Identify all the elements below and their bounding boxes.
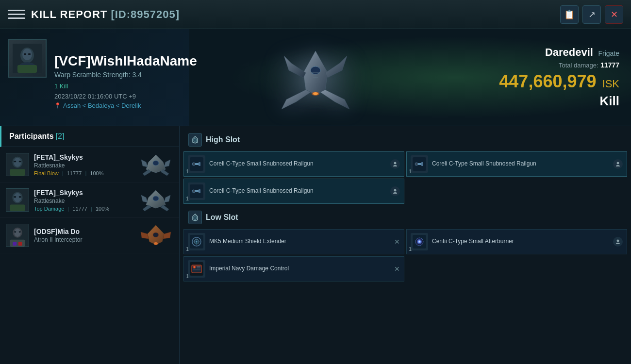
- participant-3-ship: Atron II Interceptor: [34, 236, 138, 243]
- participants-header: Participants [2]: [0, 126, 179, 147]
- participant-1-ship-img: [138, 152, 173, 177]
- header-actions: 📋 ↗ ✕: [560, 5, 623, 24]
- low-slot-section: Low Slot 1 +: [183, 208, 627, 281]
- ship-class: Frigate: [598, 50, 619, 57]
- copy-button[interactable]: 📋: [560, 5, 579, 24]
- svg-rect-33: [14, 196, 16, 198]
- svg-point-86: [419, 241, 420, 243]
- svg-point-70: [192, 190, 195, 193]
- participant-3-text: [ODSF]Mia Do Atron II Interceptor: [29, 228, 138, 243]
- svg-rect-4: [24, 53, 26, 55]
- isk-line: 447,660,979 ISK: [499, 71, 619, 92]
- svg-marker-38: [164, 195, 170, 202]
- svg-rect-49: [18, 242, 22, 246]
- svg-rect-23: [10, 169, 25, 176]
- participant-2-percent: 100%: [96, 206, 109, 212]
- low-slot-grid: 1 + MK5 Medium Shield E: [183, 229, 627, 281]
- svg-marker-25: [141, 160, 148, 167]
- svg-point-87: [617, 240, 619, 242]
- svg-point-61: [394, 162, 397, 165]
- victim-kill-badge: 1 Kill: [54, 83, 197, 90]
- participant-3-avatar: [6, 224, 29, 247]
- svg-rect-35: [10, 205, 25, 211]
- remove-icon[interactable]: ✕: [394, 265, 400, 273]
- participant-2-text: [FETA]_Skykys Rattlesnake Top Damage | 1…: [29, 189, 138, 212]
- svg-rect-34: [19, 196, 21, 198]
- share-button[interactable]: ↗: [582, 5, 601, 24]
- ship-svg: [252, 36, 379, 124]
- person-icon: [390, 186, 400, 196]
- high-slot-section: High Slot 1 Coreli C-Type Small Snubnos: [183, 130, 627, 204]
- fitting-item-2-name: Coreli C-Type Small Snubnosed Railgun: [209, 187, 386, 195]
- participant-2-stat-label: Top Damage: [34, 206, 64, 212]
- participant-item[interactable]: [FETA]_Skykys Rattlesnake Top Damage | 1…: [0, 182, 179, 218]
- participant-2-damage: 11777: [72, 206, 87, 212]
- fitting-item[interactable]: 1 Coreli C-Type Small Snubnosed Railgun: [406, 151, 627, 177]
- svg-point-65: [415, 163, 418, 165]
- victim-date: 2023/10/22 01:16:00 UTC +9: [54, 93, 197, 100]
- participant-1-avatar: [6, 153, 29, 176]
- total-damage-label: Total damage:: [559, 62, 598, 69]
- participant-item[interactable]: [FETA]_Skykys Rattlesnake Final Blow | 1…: [0, 147, 179, 182]
- svg-rect-21: [14, 161, 16, 162]
- participant-2-stats: Top Damage | 11777 | 100%: [34, 206, 138, 212]
- fitting-item-0-name: Coreli C-Type Small Snubnosed Railgun: [209, 160, 386, 168]
- participant-item[interactable]: [ODSF]Mia Do Atron II Interceptor: [0, 218, 179, 253]
- fitting-item[interactable]: 1: [183, 256, 404, 281]
- svg-rect-46: [19, 231, 21, 232]
- participant-1-stat-label: Final Blow: [34, 170, 59, 176]
- participant-1-text: [FETA]_Skykys Rattlesnake Final Blow | 1…: [29, 153, 138, 176]
- kill-info: Daredevil Frigate Total damage: 11777 44…: [499, 29, 619, 126]
- svg-rect-69: [199, 189, 200, 193]
- railgun-icon-2: [411, 155, 428, 173]
- low-slot-title: Low Slot: [206, 213, 238, 222]
- close-button[interactable]: ✕: [605, 5, 623, 24]
- victim-location[interactable]: Assah < Bedaleya < Derelik: [54, 102, 197, 109]
- header-title: KILL REPORT [ID:8957205]: [31, 8, 560, 21]
- kill-report-title: KILL REPORT: [31, 8, 107, 20]
- svg-point-53: [153, 232, 159, 237]
- railgun-icon-3: [188, 182, 205, 200]
- svg-marker-26: [164, 160, 170, 167]
- shield-extender-icon: +: [188, 233, 205, 250]
- victim-banner: [VCF]WishIHadaName Warp Scramble Strengt…: [0, 29, 631, 126]
- header: KILL REPORT [ID:8957205] 📋 ↗ ✕: [0, 0, 631, 29]
- victim-info: [VCF]WishIHadaName Warp Scramble Strengt…: [54, 29, 197, 126]
- victim-warp-scramble: Warp Scramble Strength: 3.4: [54, 71, 197, 79]
- main-content: Participants [2] [FETA]_Skykys Rattlesna…: [0, 126, 631, 364]
- svg-rect-92: [197, 267, 200, 268]
- participant-3-ship-img: [138, 223, 173, 248]
- svg-point-41: [153, 196, 159, 201]
- fitting-item-shield-name: MK5 Medium Shield Extender: [209, 238, 390, 246]
- svg-marker-51: [141, 232, 149, 239]
- menu-icon[interactable]: [8, 6, 25, 23]
- fitting-item[interactable]: 1 Coreli C-Type Small Snubnosed Railgun: [183, 151, 404, 177]
- svg-point-29: [153, 161, 159, 165]
- ship-name-line: Daredevil Frigate: [545, 46, 619, 59]
- svg-rect-93: [193, 269, 200, 270]
- svg-point-13: [311, 66, 320, 74]
- fitting-panel: High Slot 1 Coreli C-Type Small Snubnos: [180, 126, 631, 364]
- total-damage-line: Total damage: 11777: [559, 61, 619, 69]
- fitting-item-afterburner-name: Centii C-Type Small Afterburner: [432, 238, 609, 246]
- person-icon: [613, 237, 623, 247]
- fitting-item-dc-name: Imperial Navy Damage Control: [209, 265, 390, 273]
- high-slot-title: High Slot: [206, 135, 240, 144]
- damage-control-icon: [188, 260, 205, 278]
- svg-point-71: [394, 189, 397, 192]
- kill-id: [ID:8957205]: [111, 8, 180, 20]
- remove-icon[interactable]: ✕: [394, 238, 400, 246]
- fitting-item[interactable]: 1 Coreli C-Type Small Snubnosed Railgun: [183, 179, 404, 204]
- ship-display: [238, 34, 393, 126]
- svg-marker-52: [163, 232, 171, 239]
- svg-text:+: +: [196, 241, 198, 244]
- fitting-item[interactable]: 1 Centii C-Type Small Afterburner: [406, 229, 627, 254]
- participant-1-ship: Rattlesnake: [34, 162, 138, 169]
- svg-rect-95: [192, 265, 201, 266]
- isk-label: ISK: [602, 78, 619, 90]
- total-damage-value: 11777: [600, 61, 619, 69]
- fitting-item[interactable]: 1 + MK5 Medium Shield E: [183, 229, 404, 254]
- participants-title: Participants: [9, 132, 54, 141]
- svg-rect-64: [421, 162, 423, 166]
- high-slot-icon: [188, 133, 202, 147]
